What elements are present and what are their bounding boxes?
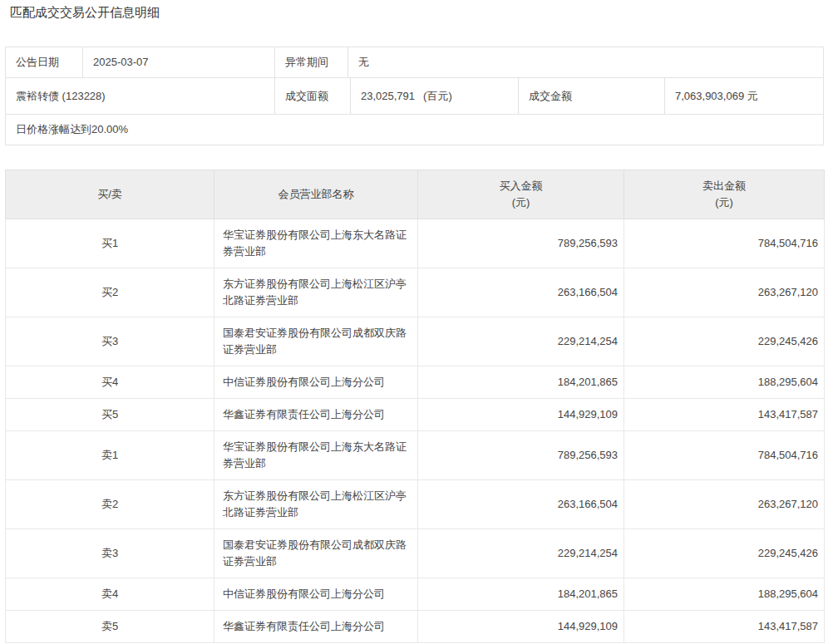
broker-cell: 中信证券股份有限公司上海分公司 xyxy=(214,366,418,399)
sell-amount-cell: 263,267,120 xyxy=(624,268,825,317)
header-row: 买/卖 会员营业部名称 买入金额 (元) 卖出金额 (元) xyxy=(6,170,825,219)
side-cell: 卖3 xyxy=(6,529,214,578)
abnormal-period-value: 无 xyxy=(348,47,823,77)
side-cell: 买3 xyxy=(6,317,214,366)
header-buy-amount: 买入金额 (元) xyxy=(418,170,624,219)
table-row: 卖5 华鑫证券有限责任公司上海分公司 144,929,109 143,417,5… xyxy=(6,611,825,643)
buy-amount-cell: 789,256,593 xyxy=(418,219,624,268)
turnover-value: 7,063,903,069 元 xyxy=(665,78,823,114)
table-row: 卖3 国泰君安证券股份有限公司成都双庆路证券营业部 229,214,254 22… xyxy=(6,529,825,578)
announce-date-value: 2025-03-07 xyxy=(83,47,275,77)
table-row: 卖1 华宝证券股份有限公司上海东大名路证券营业部 789,256,593 784… xyxy=(6,431,825,480)
info-row-dates: 公告日期 2025-03-07 异常期间 无 xyxy=(6,47,823,77)
face-amount-unit: (百元) xyxy=(423,88,452,105)
table-row: 买5 华鑫证券有限责任公司上海分公司 144,929,109 143,417,5… xyxy=(6,399,825,431)
sell-amount-cell: 143,417,587 xyxy=(624,611,825,643)
table-row: 买2 东方证券股份有限公司上海松江区沪亭北路证券营业部 263,166,504 … xyxy=(6,268,825,317)
buy-amount-cell: 184,201,865 xyxy=(418,578,624,611)
table-row: 买4 中信证券股份有限公司上海分公司 184,201,865 188,295,6… xyxy=(6,366,825,399)
sell-amount-cell: 229,245,426 xyxy=(624,317,825,366)
header-buy-line1: 买入金额 xyxy=(423,178,619,194)
side-cell: 卖2 xyxy=(6,480,214,529)
header-broker: 会员营业部名称 xyxy=(214,170,418,219)
side-cell: 卖4 xyxy=(6,578,214,611)
broker-cell: 华宝证券股份有限公司上海东大名路证券营业部 xyxy=(214,431,418,480)
table-row: 卖4 中信证券股份有限公司上海分公司 184,201,865 188,295,6… xyxy=(6,578,825,611)
face-amount-value: 23,025,791 (百元) xyxy=(351,78,519,114)
price-change-note: 日价格涨幅达到20.00% xyxy=(6,115,823,145)
buy-amount-cell: 263,166,504 xyxy=(418,480,624,529)
table-row: 买1 华宝证券股份有限公司上海东大名路证券营业部 789,256,593 784… xyxy=(6,219,825,268)
info-row-security: 震裕转债 (123228) 成交面额 23,025,791 (百元) 成交金额 … xyxy=(6,77,823,114)
face-amount-number: 23,025,791 xyxy=(361,88,415,105)
security-name: 震裕转债 (123228) xyxy=(6,78,275,114)
info-grid: 公告日期 2025-03-07 异常期间 无 震裕转债 (123228) 成交面… xyxy=(5,47,824,145)
trade-table-header: 买/卖 会员营业部名称 买入金额 (元) 卖出金额 (元) xyxy=(6,170,825,219)
header-sell-line2: (元) xyxy=(629,194,819,211)
trade-table-body: 买1 华宝证券股份有限公司上海东大名路证券营业部 789,256,593 784… xyxy=(6,219,825,643)
broker-cell: 国泰君安证券股份有限公司成都双庆路证券营业部 xyxy=(214,317,418,366)
announce-date-label: 公告日期 xyxy=(6,47,83,77)
header-buy-line2: (元) xyxy=(423,194,619,211)
buy-amount-cell: 229,214,254 xyxy=(418,529,624,578)
face-amount-label: 成交面额 xyxy=(275,78,351,114)
turnover-label: 成交金额 xyxy=(519,78,665,114)
sell-amount-cell: 784,504,716 xyxy=(624,219,825,268)
broker-cell: 东方证券股份有限公司上海松江区沪亭北路证券营业部 xyxy=(214,268,418,317)
sell-amount-cell: 143,417,587 xyxy=(624,399,825,431)
sell-amount-cell: 784,504,716 xyxy=(624,431,825,480)
buy-amount-cell: 144,929,109 xyxy=(418,399,624,431)
abnormal-period-label: 异常期间 xyxy=(275,47,348,77)
side-cell: 卖5 xyxy=(6,611,214,643)
page-title: 匹配成交交易公开信息明细 xyxy=(10,3,824,22)
sell-amount-cell: 188,295,604 xyxy=(624,578,825,611)
broker-cell: 华鑫证券有限责任公司上海分公司 xyxy=(214,399,418,431)
header-side: 买/卖 xyxy=(6,170,214,219)
broker-cell: 东方证券股份有限公司上海松江区沪亭北路证券营业部 xyxy=(214,480,418,529)
broker-cell: 中信证券股份有限公司上海分公司 xyxy=(214,578,418,611)
side-cell: 买5 xyxy=(6,399,214,431)
table-row: 买3 国泰君安证券股份有限公司成都双庆路证券营业部 229,214,254 22… xyxy=(6,317,825,366)
sell-amount-cell: 263,267,120 xyxy=(624,480,825,529)
side-cell: 买4 xyxy=(6,366,214,399)
sell-amount-cell: 229,245,426 xyxy=(624,529,825,578)
buy-amount-cell: 144,929,109 xyxy=(418,611,624,643)
page: 匹配成交交易公开信息明细 公告日期 2025-03-07 异常期间 无 震裕转债… xyxy=(0,0,828,644)
trade-table: 买/卖 会员营业部名称 买入金额 (元) 卖出金额 (元) 买1 华宝证券股份有… xyxy=(5,170,825,643)
broker-cell: 华鑫证券有限责任公司上海分公司 xyxy=(214,611,418,643)
buy-amount-cell: 184,201,865 xyxy=(418,366,624,399)
broker-cell: 华宝证券股份有限公司上海东大名路证券营业部 xyxy=(214,219,418,268)
buy-amount-cell: 789,256,593 xyxy=(418,431,624,480)
header-sell-amount: 卖出金额 (元) xyxy=(624,170,825,219)
broker-cell: 国泰君安证券股份有限公司成都双庆路证券营业部 xyxy=(214,529,418,578)
side-cell: 卖1 xyxy=(6,431,214,480)
side-cell: 买2 xyxy=(6,268,214,317)
buy-amount-cell: 229,214,254 xyxy=(418,317,624,366)
side-cell: 买1 xyxy=(6,219,214,268)
buy-amount-cell: 263,166,504 xyxy=(418,268,624,317)
info-row-note: 日价格涨幅达到20.00% xyxy=(6,114,823,145)
sell-amount-cell: 188,295,604 xyxy=(624,366,825,399)
table-row: 卖2 东方证券股份有限公司上海松江区沪亭北路证券营业部 263,166,504 … xyxy=(6,480,825,529)
header-sell-line1: 卖出金额 xyxy=(629,178,819,194)
